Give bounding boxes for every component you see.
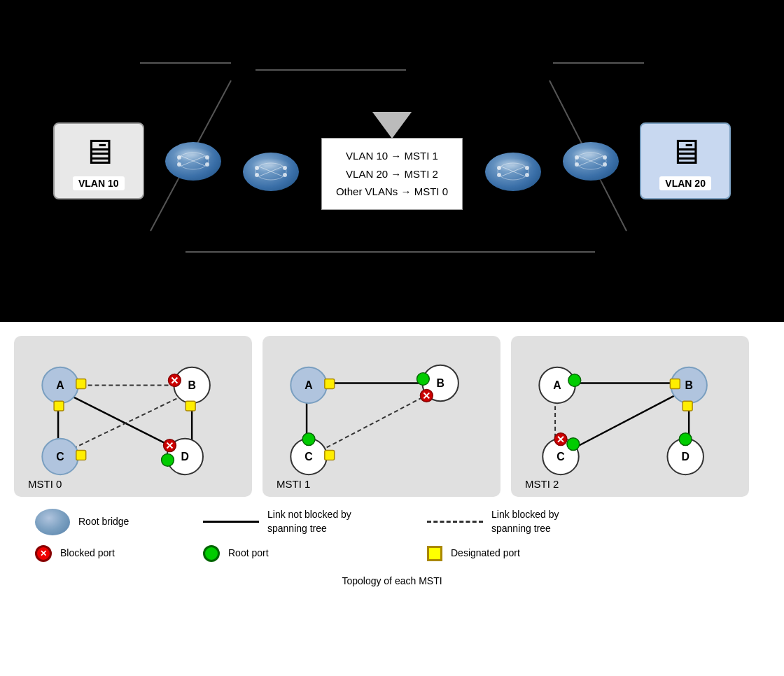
legend-root-port: Root port [203,545,399,562]
legend-row1: Root bridge Link not blocked byspanning … [35,508,749,535]
svg-point-13 [205,162,209,167]
svg-point-34 [603,162,607,167]
svg-point-33 [575,162,579,167]
svg-rect-42 [76,379,86,389]
msti2-diagram: A B C D [511,336,749,497]
blocked-port-icon [35,545,52,562]
svg-line-77 [571,394,677,449]
mapping-line2: VLAN 20 → MSTI 2 [336,165,448,183]
legend-root-bridge: Root bridge [35,509,175,535]
svg-point-31 [575,155,579,160]
svg-text:A: A [553,379,561,391]
svg-point-7 [178,153,209,169]
switch-left [165,142,221,181]
vlan20-label: VLAN 20 [659,176,711,190]
blocked-port-label: Blocked port [60,547,115,561]
svg-point-73 [302,433,315,446]
computer-icon2: 🖥 [668,132,703,172]
mapping-line3: Other VLANs → MSTI 0 [336,183,448,201]
svg-point-18 [283,166,287,170]
switch-center-right [485,153,541,191]
svg-line-61 [323,394,428,449]
root-port-icon [203,545,220,562]
legend-dashed-line: Link blocked byspanning tree [427,508,567,535]
vlan20-computer: 🖥 VLAN 20 [640,122,731,199]
svg-text:B: B [188,379,195,391]
vlan10-group: 🖥 VLAN 10 [53,122,221,199]
svg-point-91 [567,438,580,451]
msti-diagrams-row: A B C D [14,336,770,497]
svg-point-17 [255,166,259,170]
svg-rect-52 [76,451,86,460]
root-port-label: Root port [228,547,269,561]
msti0-title: MSTI 0 [28,478,62,490]
svg-point-19 [255,173,259,177]
svg-point-14 [255,163,286,180]
svg-point-26 [497,173,501,177]
svg-rect-43 [54,401,64,411]
msti1-svg: A B C [274,347,489,486]
root-bridge-icon [35,509,70,535]
dashed-line-icon [427,521,483,523]
msti0-diagram: A B C D [14,336,252,497]
svg-point-25 [525,166,529,170]
svg-point-81 [568,374,581,387]
vlan20-group: 🖥 VLAN 20 [563,122,731,199]
msti1-diagram: A B C MSTI 1 [262,336,500,497]
svg-text:C: C [556,451,564,463]
computer-icon: 🖥 [81,132,116,172]
svg-text:C: C [56,451,64,463]
msti1-title: MSTI 1 [276,478,310,490]
legend-section: Root bridge Link not blocked byspanning … [14,508,770,586]
svg-point-58 [162,453,174,466]
svg-point-32 [603,155,607,160]
designated-port-icon [427,546,442,561]
svg-point-12 [177,162,181,167]
svg-point-28 [575,153,606,169]
svg-point-20 [283,173,287,177]
svg-point-27 [525,173,529,177]
dashed-line-label: Link blocked byspanning tree [491,508,559,535]
msti2-title: MSTI 2 [525,478,559,490]
arrow-down [372,112,412,139]
svg-rect-49 [186,401,195,411]
svg-text:D: D [181,451,189,463]
solid-line-icon [203,521,259,523]
msti2-svg: A B C D [522,347,738,486]
svg-text:B: B [436,377,444,389]
svg-point-24 [497,166,501,170]
switch-right [563,142,619,181]
solid-line-label: Link not blocked byspanning tree [267,508,351,535]
svg-text:C: C [304,451,312,463]
root-bridge-label: Root bridge [78,515,129,529]
legend-row2: Blocked port Root port Designated port [35,545,749,562]
legend-solid-line: Link not blocked byspanning tree [203,508,399,535]
svg-point-94 [679,433,692,446]
bottom-section: A B C D [0,322,784,676]
svg-point-21 [498,163,528,180]
svg-point-11 [205,155,209,160]
svg-point-10 [177,155,181,160]
vlan10-computer: 🖥 VLAN 10 [53,122,144,199]
svg-text:A: A [304,379,313,391]
svg-rect-74 [325,451,335,460]
svg-text:D: D [681,451,689,463]
legend-designated-port: Designated port [427,546,567,561]
svg-rect-85 [682,401,692,411]
msti0-svg: A B C D [25,347,241,486]
designated-port-label: Designated port [451,547,520,561]
svg-point-67 [416,373,429,386]
svg-rect-84 [670,379,680,389]
svg-text:B: B [685,379,692,391]
mapping-box: VLAN 10 → MSTI 1 VLAN 20 → MSTI 2 Other … [321,138,463,210]
switch-center-left [243,153,299,191]
topology-label: Topology of each MSTI [35,575,749,586]
mapping-section: VLAN 10 → MSTI 1 VLAN 20 → MSTI 2 Other … [321,112,463,210]
legend-blocked-port: Blocked port [35,545,175,562]
vlan10-label: VLAN 10 [73,176,125,190]
svg-rect-64 [325,379,335,389]
mapping-line1: VLAN 10 → MSTI 1 [336,147,448,165]
svg-text:A: A [56,379,64,391]
